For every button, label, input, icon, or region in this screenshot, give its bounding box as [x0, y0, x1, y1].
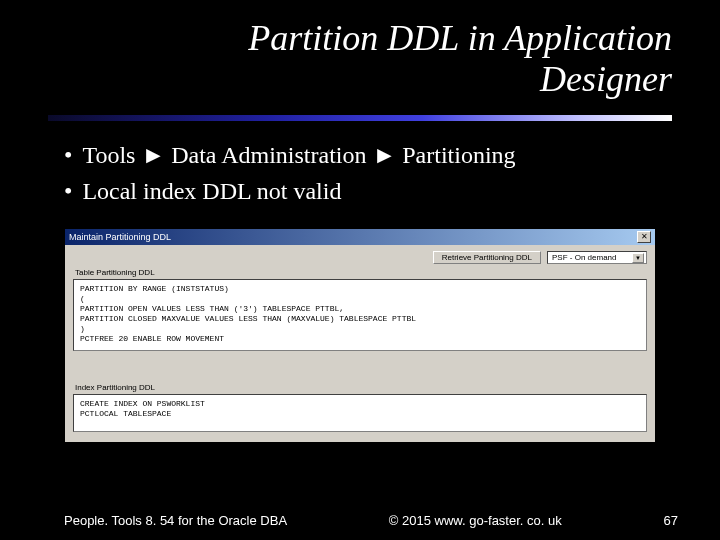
slide-title: Partition DDL in Application Designer — [0, 0, 720, 109]
arrow-icon: ► — [372, 141, 396, 168]
close-icon[interactable]: ✕ — [637, 231, 651, 243]
footer-left: People. Tools 8. 54 for the Oracle DBA — [64, 513, 287, 528]
window-title: Maintain Partitioning DDL — [69, 232, 171, 242]
dialog-window: Maintain Partitioning DDL ✕ Retrieve Par… — [64, 228, 656, 443]
table-ddl-label: Table Partitioning DDL — [75, 268, 647, 277]
bullet-1: • Tools ► Data Administration ► Partitio… — [64, 139, 672, 171]
titlebar: Maintain Partitioning DDL ✕ — [65, 229, 655, 245]
retrieve-button[interactable]: Retrieve Partitioning DDL — [433, 251, 541, 264]
bullet-1-seg2: Data Administration — [165, 142, 372, 168]
index-ddl-textarea[interactable]: CREATE INDEX ON PSWORKLIST PCTLOCAL TABL… — [73, 394, 647, 432]
bullet-dot: • — [64, 139, 72, 171]
arrow-icon: ► — [141, 141, 165, 168]
table-ddl-textarea[interactable]: PARTITION BY RANGE (INSTSTATUS) ( PARTIT… — [73, 279, 647, 351]
footer-center: © 2015 www. go-faster. co. uk — [389, 513, 562, 528]
bullet-list: • Tools ► Data Administration ► Partitio… — [0, 121, 720, 222]
bullet-1-seg1: Tools — [82, 142, 141, 168]
footer: People. Tools 8. 54 for the Oracle DBA ©… — [0, 513, 720, 528]
bullet-2-text: Local index DDL not valid — [82, 175, 341, 207]
platform-dropdown[interactable]: PSF - On demand — [547, 251, 647, 264]
index-ddl-label: Index Partitioning DDL — [75, 383, 647, 392]
bullet-dot: • — [64, 175, 72, 207]
bullet-1-text: Tools ► Data Administration ► Partitioni… — [82, 139, 515, 171]
bullet-2: • Local index DDL not valid — [64, 175, 672, 207]
bullet-1-seg3: Partitioning — [396, 142, 515, 168]
window-body: Retrieve Partitioning DDL PSF - On deman… — [65, 245, 655, 442]
top-row: Retrieve Partitioning DDL PSF - On deman… — [73, 251, 647, 264]
footer-page-number: 67 — [664, 513, 678, 528]
